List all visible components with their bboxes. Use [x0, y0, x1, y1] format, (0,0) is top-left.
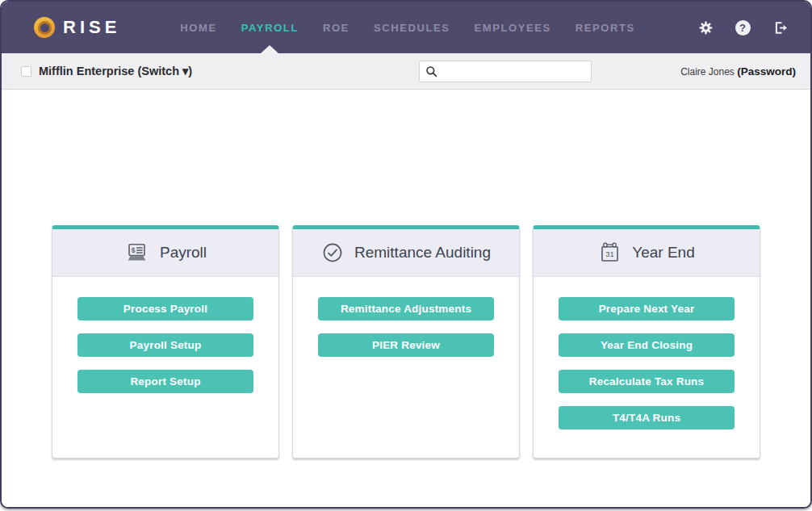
app-screen: RISE HOME PAYROLL ROE SCHEDULES EMPLOYEE…	[0, 0, 812, 511]
company-checkbox[interactable]	[21, 66, 31, 77]
report-setup-button[interactable]: Report Setup	[77, 370, 253, 393]
card-payroll-title: Payroll	[160, 244, 207, 262]
topbar-actions: ?	[697, 19, 788, 36]
card-remittance-body: Remittance Adjustments PIER Review	[293, 277, 519, 357]
help-icon[interactable]: ?	[735, 19, 751, 36]
card-year-end-body: Prepare Next Year Year End Closing Recal…	[534, 277, 760, 429]
payroll-setup-button[interactable]: Payroll Setup	[77, 333, 253, 357]
context-bar: Mifflin Enterprise (Switch ▾) Claire Jon…	[2, 53, 810, 90]
card-payroll-header: $ Payroll	[52, 229, 278, 277]
card-year-end-header: 31 Year End	[534, 229, 760, 277]
prepare-next-year-button[interactable]: Prepare Next Year	[559, 297, 735, 320]
nav-reports[interactable]: REPORTS	[576, 2, 635, 53]
card-remittance-auditing: Remittance Auditing Remittance Adjustmen…	[292, 225, 520, 459]
top-nav-bar: RISE HOME PAYROLL ROE SCHEDULES EMPLOYEE…	[2, 2, 810, 53]
help-glyph: ?	[735, 20, 751, 36]
calendar-day-glyph: 31	[605, 249, 614, 258]
recalculate-tax-runs-button[interactable]: Recalculate Tax Runs	[559, 370, 735, 393]
search-box[interactable]	[419, 61, 592, 82]
pier-review-button[interactable]: PIER Review	[318, 333, 494, 357]
rise-logo-icon	[34, 17, 55, 38]
user-name: Claire Jones	[680, 66, 735, 77]
brand-name: RISE	[63, 17, 120, 38]
card-payroll-body: Process Payroll Payroll Setup Report Set…	[52, 277, 278, 393]
payroll-icon: $	[124, 242, 149, 264]
nav-roe[interactable]: ROE	[323, 2, 349, 53]
password-link[interactable]: (Password)	[737, 65, 796, 77]
card-remittance-header: Remittance Auditing	[293, 229, 519, 277]
company-switcher[interactable]: Mifflin Enterprise (Switch ▾)	[21, 65, 192, 77]
calendar-icon: 31	[598, 241, 622, 265]
dollar-glyph: $	[132, 245, 136, 253]
logout-icon[interactable]	[772, 19, 788, 36]
check-circle-icon	[321, 241, 344, 264]
app-window: RISE HOME PAYROLL ROE SCHEDULES EMPLOYEE…	[0, 0, 812, 509]
active-tab-caret	[261, 45, 278, 53]
main-nav: HOME PAYROLL ROE SCHEDULES EMPLOYEES REP…	[180, 2, 634, 53]
user-area: Claire Jones (Password)	[680, 65, 796, 77]
remittance-adjustments-button[interactable]: Remittance Adjustments	[318, 297, 494, 320]
card-year-end-title: Year End	[632, 244, 694, 262]
nav-payroll[interactable]: PAYROLL	[241, 2, 299, 53]
nav-payroll-label: PAYROLL	[241, 22, 299, 34]
year-end-closing-button[interactable]: Year End Closing	[559, 333, 735, 357]
card-payroll: $ Payroll Process Payroll Payroll Setup …	[52, 225, 279, 459]
nav-home[interactable]: HOME	[180, 2, 216, 53]
nav-employees[interactable]: EMPLOYEES	[474, 2, 550, 53]
settings-gear-icon[interactable]	[697, 19, 714, 36]
rise-logo[interactable]: RISE	[34, 17, 120, 38]
process-payroll-button[interactable]: Process Payroll	[77, 297, 253, 320]
nav-schedules[interactable]: SCHEDULES	[374, 2, 450, 53]
card-remittance-title: Remittance Auditing	[354, 244, 491, 262]
company-label: Mifflin Enterprise (Switch ▾)	[39, 65, 192, 77]
dashboard: $ Payroll Process Payroll Payroll Setup …	[2, 90, 810, 509]
card-year-end: 31 Year End Prepare Next Year Year End C…	[533, 225, 760, 459]
search-icon	[425, 65, 438, 78]
search-input[interactable]	[438, 65, 586, 77]
t4-t4a-runs-button[interactable]: T4/T4A Runs	[559, 406, 735, 429]
